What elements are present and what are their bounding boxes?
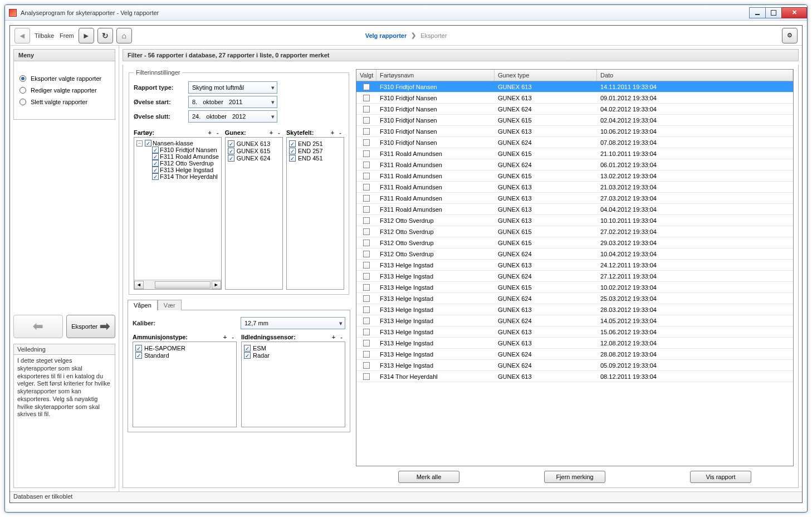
row-checkbox[interactable]: [363, 95, 370, 101]
list-item[interactable]: ESM: [244, 345, 343, 352]
col-dato[interactable]: Dato: [597, 70, 793, 81]
maximize-button[interactable]: [765, 7, 782, 18]
ammo-list[interactable]: HE-SAPOMERStandard: [133, 342, 237, 427]
tree-item[interactable]: F312 Otto Sverdrup: [136, 160, 219, 167]
checkbox-icon[interactable]: [289, 148, 296, 154]
row-checkbox[interactable]: [363, 106, 370, 113]
menu-option[interactable]: Eksporter valgte rapporter: [19, 75, 109, 82]
ammo-add[interactable]: +: [221, 334, 229, 340]
table-row[interactable]: F310 Fridtjof NansenGUNEX 61309.01.2012 …: [356, 92, 793, 104]
settings-button[interactable]: ⚙: [782, 28, 798, 43]
table-row[interactable]: F312 Otto SverdrupGUNEX 62410.04.2012 19…: [356, 248, 793, 260]
tree-item[interactable]: F311 Roald Amundse: [136, 153, 219, 160]
table-row[interactable]: F312 Otto SverdrupGUNEX 61527.02.2012 19…: [356, 226, 793, 237]
reports-grid[interactable]: Valgt Fartøysnavn Gunex type Dato F310 F…: [356, 69, 794, 466]
checkbox-icon[interactable]: [244, 352, 251, 359]
checkbox-icon[interactable]: [152, 173, 159, 180]
table-row[interactable]: F313 Helge IngstadGUNEX 61315.06.2012 19…: [356, 326, 793, 338]
row-checkbox[interactable]: [363, 184, 370, 191]
wizard-export-button[interactable]: Eksporter ➡: [66, 315, 116, 338]
list-item[interactable]: END 257: [289, 148, 341, 154]
row-checkbox[interactable]: [363, 240, 370, 246]
row-checkbox[interactable]: [363, 139, 370, 146]
start-date-picker[interactable]: 8. oktober 2011: [188, 96, 277, 108]
row-checkbox[interactable]: [363, 273, 370, 280]
checkbox-icon[interactable]: [228, 148, 234, 154]
sensor-add[interactable]: +: [330, 334, 337, 340]
table-row[interactable]: F311 Roald AmundsenGUNEX 61521.10.2011 1…: [356, 148, 793, 159]
table-row[interactable]: F311 Roald AmundsenGUNEX 61513.02.2012 1…: [356, 170, 793, 182]
row-checkbox[interactable]: [363, 150, 370, 157]
row-checkbox[interactable]: [363, 284, 370, 291]
row-checkbox[interactable]: [363, 173, 370, 179]
gunex-remove[interactable]: -: [275, 129, 283, 136]
table-row[interactable]: F312 Otto SverdrupGUNEX 61529.03.2012 19…: [356, 237, 793, 248]
list-item[interactable]: HE-SAPOMER: [135, 345, 234, 352]
row-checkbox[interactable]: [363, 329, 370, 335]
row-checkbox[interactable]: [363, 318, 370, 324]
checkbox-icon[interactable]: [152, 153, 159, 160]
table-row[interactable]: F314 Thor HeyerdahlGUNEX 61308.12.2011 1…: [356, 371, 793, 382]
gunex-add[interactable]: +: [267, 129, 275, 136]
checkbox-icon[interactable]: [135, 352, 142, 359]
col-gunex[interactable]: Gunex type: [495, 70, 597, 81]
checkbox-icon[interactable]: [152, 160, 159, 167]
ammo-remove[interactable]: -: [229, 334, 237, 340]
table-row[interactable]: F310 Fridtjof NansenGUNEX 62404.02.2012 …: [356, 104, 793, 115]
horizontal-scrollbar[interactable]: ◄►: [134, 280, 221, 289]
row-checkbox[interactable]: [363, 351, 370, 358]
end-date-picker[interactable]: 24. oktober 2012: [188, 110, 277, 123]
table-row[interactable]: F313 Helge IngstadGUNEX 62427.12.2011 19…: [356, 271, 793, 282]
checkbox-icon[interactable]: [145, 140, 151, 147]
checkbox-icon[interactable]: [289, 155, 296, 162]
tree-item[interactable]: F314 Thor Heyerdahl: [136, 173, 219, 180]
kaliber-combo[interactable]: 12,7 mm: [241, 317, 345, 329]
checkbox-icon[interactable]: [244, 345, 251, 352]
row-checkbox[interactable]: [363, 262, 370, 269]
table-row[interactable]: F313 Helge IngstadGUNEX 62405.09.2012 19…: [356, 360, 793, 371]
grid-body[interactable]: F310 Fridtjof NansenGUNEX 61314.11.2011 …: [356, 81, 793, 466]
row-checkbox[interactable]: [363, 373, 370, 380]
report-type-combo[interactable]: Skyting mot luftmål: [188, 81, 277, 94]
table-row[interactable]: F311 Roald AmundsenGUNEX 61327.03.2012 1…: [356, 193, 793, 204]
menu-option[interactable]: Slett valgte rapporter: [19, 99, 109, 105]
row-checkbox[interactable]: [363, 340, 370, 347]
table-row[interactable]: F311 Roald AmundsenGUNEX 61304.04.2012 1…: [356, 204, 793, 215]
list-item[interactable]: GUNEX 624: [228, 155, 280, 162]
tab-vaer[interactable]: Vær: [158, 300, 182, 310]
table-row[interactable]: F310 Fridtjof NansenGUNEX 62407.08.2012 …: [356, 137, 793, 148]
checkbox-icon[interactable]: [152, 167, 159, 173]
table-row[interactable]: F312 Otto SverdrupGUNEX 61310.10.2011 19…: [356, 215, 793, 226]
table-row[interactable]: F313 Helge IngstadGUNEX 62414.05.2012 19…: [356, 315, 793, 326]
fartoy-tree[interactable]: −Nansen-klasse F310 Fridtjof NansenF311 …: [134, 137, 222, 290]
list-item[interactable]: GUNEX 613: [228, 140, 280, 147]
tree-root[interactable]: −Nansen-klasse: [136, 140, 219, 147]
fartoy-add[interactable]: +: [206, 129, 214, 136]
tree-item[interactable]: F313 Helge Ingstad: [136, 167, 219, 173]
table-row[interactable]: F310 Fridtjof NansenGUNEX 61502.04.2012 …: [356, 115, 793, 126]
sensor-remove[interactable]: -: [337, 334, 345, 340]
skytefelt-add[interactable]: +: [329, 129, 336, 136]
home-button[interactable]: ⌂: [116, 28, 132, 43]
nav-forward-button[interactable]: ►: [79, 28, 94, 43]
col-valgt[interactable]: Valgt: [356, 70, 376, 81]
col-fartoy[interactable]: Fartøysnavn: [376, 70, 495, 81]
minimize-button[interactable]: [749, 7, 766, 18]
list-item[interactable]: Radar: [244, 352, 343, 359]
row-checkbox[interactable]: [363, 217, 370, 224]
fartoy-remove[interactable]: -: [214, 129, 222, 136]
table-row[interactable]: F310 Fridtjof NansenGUNEX 61310.06.2012 …: [356, 126, 793, 137]
skytefelt-list[interactable]: END 251END 257END 451: [286, 137, 344, 290]
table-row[interactable]: F313 Helge IngstadGUNEX 61510.02.2012 19…: [356, 282, 793, 293]
nav-back-button[interactable]: ◄: [14, 28, 30, 43]
table-row[interactable]: F313 Helge IngstadGUNEX 61312.08.2012 19…: [356, 338, 793, 349]
sensor-list[interactable]: ESMRadar: [241, 342, 345, 427]
list-item[interactable]: END 451: [289, 155, 341, 162]
table-row[interactable]: F313 Helge IngstadGUNEX 62428.08.2012 19…: [356, 349, 793, 360]
table-row[interactable]: F313 Helge IngstadGUNEX 61324.12.2011 19…: [356, 260, 793, 271]
checkbox-icon[interactable]: [228, 155, 234, 162]
row-checkbox[interactable]: [363, 206, 370, 213]
row-checkbox[interactable]: [363, 84, 370, 90]
show-report-button[interactable]: Vis rapport: [690, 471, 751, 483]
row-checkbox[interactable]: [363, 251, 370, 257]
